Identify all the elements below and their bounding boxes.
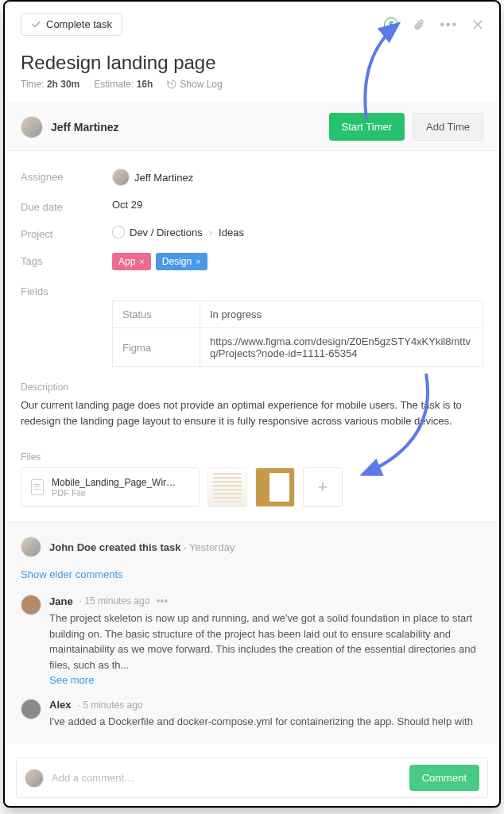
owner-avatar[interactable]: [21, 116, 43, 138]
comment-text: The project skeleton is now up and runni…: [49, 610, 483, 673]
add-file-button[interactable]: +: [303, 467, 343, 507]
project-breadcrumb[interactable]: Dev / Directions › Ideas: [112, 226, 244, 238]
time-estimate: Estimate: 16h: [94, 79, 153, 90]
task-title: Redesign landing page: [5, 42, 499, 79]
comment-author: Alex: [49, 699, 71, 711]
files-label: Files: [5, 444, 499, 467]
due-date-label: Due date: [21, 199, 112, 213]
file-icon: [31, 479, 44, 495]
assignee-avatar: [112, 169, 130, 186]
add-time-button[interactable]: Add Time: [413, 113, 483, 141]
comment-submit-button[interactable]: Comment: [409, 765, 479, 791]
comment-input-bar: Comment: [16, 758, 488, 798]
comment-text: I've added a Dockerfile and docker-compo…: [49, 714, 483, 730]
file-attachment[interactable]: Mobile_Landing_Page_Wir… PDF File: [21, 467, 200, 507]
file-name: Mobile_Landing_Page_Wir…: [52, 477, 176, 488]
complete-task-button[interactable]: Complete task: [21, 13, 122, 36]
current-user-avatar: [25, 769, 44, 788]
show-elder-comments-link[interactable]: Show elder comments: [21, 557, 483, 588]
file-thumbnail[interactable]: [207, 467, 247, 507]
tag[interactable]: App×: [112, 253, 151, 270]
assignee-label: Assignee: [21, 169, 112, 183]
close-icon[interactable]: [472, 19, 483, 30]
owner-name: Jeff Martinez: [51, 121, 119, 134]
project-icon: [112, 226, 125, 238]
description-text[interactable]: Our current landing page does not provid…: [5, 397, 499, 444]
attachment-icon[interactable]: [413, 17, 425, 32]
comment-avatar: [21, 699, 41, 719]
tags-label: Tags: [21, 253, 112, 267]
more-icon[interactable]: •••: [440, 17, 458, 32]
comment-author: Jane: [49, 595, 73, 607]
check-icon: [31, 19, 41, 29]
custom-fields-table: StatusIn progressFigmahttps://www.figma.…: [112, 300, 483, 367]
comment-avatar: [21, 595, 41, 615]
tag[interactable]: Design×: [156, 253, 207, 270]
comment-time: · 5 minutes ago: [77, 700, 142, 711]
due-date-value[interactable]: Oct 29: [112, 199, 142, 211]
comment-menu-icon[interactable]: •••: [156, 595, 168, 607]
field-row[interactable]: Figmahttps://www.figma.com/design/Z0En5g…: [113, 328, 483, 367]
comment: Jane· 15 minutes ago•••The project skele…: [21, 588, 483, 692]
comment-time: · 15 minutes ago: [79, 595, 150, 607]
field-row[interactable]: StatusIn progress: [113, 301, 483, 328]
creator-avatar: [21, 537, 41, 557]
fields-label: Fields: [21, 283, 112, 297]
comment-input[interactable]: [52, 772, 401, 784]
time-tracked: Time: 2h 30m: [21, 79, 79, 90]
start-timer-button[interactable]: Start Timer: [329, 113, 405, 141]
billing-icon[interactable]: $: [384, 17, 398, 32]
file-type: PDF File: [52, 488, 176, 498]
show-log-link[interactable]: Show Log: [167, 79, 222, 90]
description-label: Description: [5, 374, 499, 397]
comment: Alex· 5 minutes agoI've added a Dockerfi…: [21, 692, 483, 736]
assignee-value[interactable]: Jeff Martinez: [112, 169, 193, 186]
complete-task-label: Complete task: [46, 18, 112, 30]
history-icon: [167, 79, 176, 89]
see-more-link[interactable]: See more: [49, 674, 94, 686]
task-created-row: John Doe created this task · Yesterday: [21, 537, 483, 557]
file-thumbnail[interactable]: [255, 467, 295, 507]
project-label: Project: [21, 226, 112, 240]
